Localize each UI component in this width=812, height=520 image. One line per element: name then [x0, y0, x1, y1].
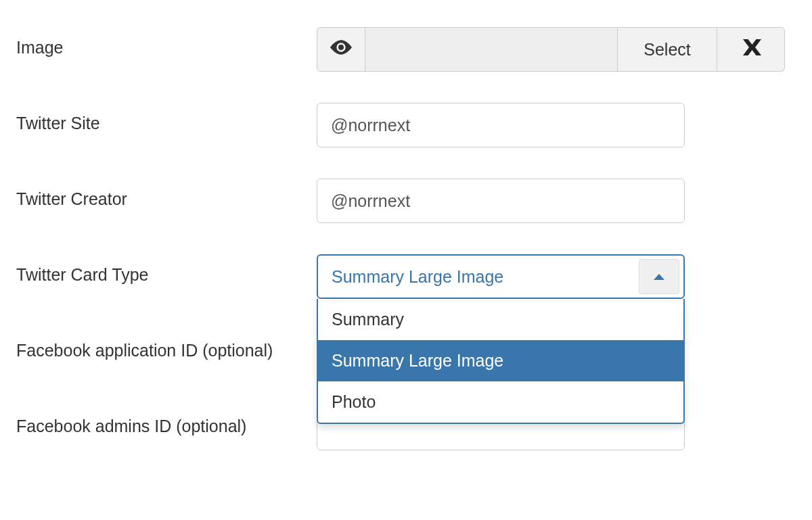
label-fb-app-id: Facebook application ID (optional) — [16, 330, 317, 362]
dropdown-menu: Summary Summary Large Image Photo — [317, 299, 685, 424]
select-image-button[interactable]: Select — [617, 27, 717, 72]
close-icon — [739, 35, 763, 64]
dropdown-toggle[interactable]: Summary Large Image — [317, 254, 685, 299]
dropdown-selected-value: Summary Large Image — [318, 267, 639, 287]
dropdown-arrow-button[interactable] — [639, 259, 679, 294]
twitter-site-input[interactable] — [317, 103, 685, 147]
label-fb-admins-id: Facebook admins ID (optional) — [16, 406, 317, 438]
social-meta-form: Image Select Twitter Site Twitter Creato… — [0, 0, 812, 477]
preview-button[interactable] — [317, 27, 365, 72]
image-path-display — [365, 27, 617, 72]
dropdown-option-photo[interactable]: Photo — [318, 381, 683, 423]
eye-icon — [330, 39, 352, 60]
image-picker: Select — [317, 27, 785, 72]
form-row-image: Image Select — [16, 27, 796, 72]
caret-up-icon — [654, 274, 664, 280]
label-image: Image — [16, 27, 317, 59]
twitter-card-type-select[interactable]: Summary Large Image Summary Summary Larg… — [317, 254, 685, 299]
label-twitter-card-type: Twitter Card Type — [16, 254, 317, 286]
dropdown-option-summary-large-image[interactable]: Summary Large Image — [318, 340, 683, 381]
label-twitter-site: Twitter Site — [16, 103, 317, 135]
form-row-twitter-site: Twitter Site — [16, 103, 796, 147]
form-row-twitter-card-type: Twitter Card Type Summary Large Image Su… — [16, 254, 796, 299]
dropdown-option-summary[interactable]: Summary — [318, 299, 683, 340]
clear-image-button[interactable] — [717, 27, 785, 72]
label-twitter-creator: Twitter Creator — [16, 179, 317, 210]
twitter-creator-input[interactable] — [317, 179, 685, 223]
form-row-twitter-creator: Twitter Creator — [16, 179, 796, 223]
